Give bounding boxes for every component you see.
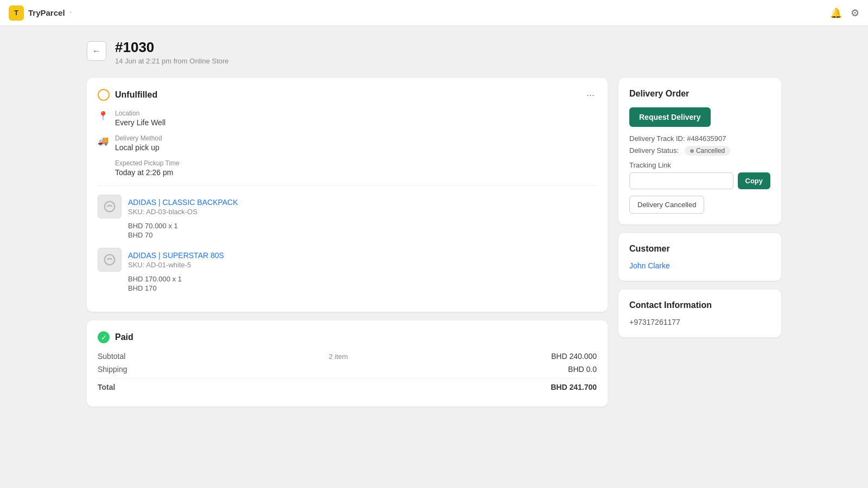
- product-1-name-link[interactable]: ADIDAS | CLASSIC BACKPACK: [128, 198, 238, 207]
- total-row: Total BHD 241.700: [98, 378, 597, 391]
- subtotal-value: BHD 240.000: [551, 352, 597, 361]
- track-id-value: #484635907: [687, 134, 726, 143]
- total-value: BHD 241.700: [551, 383, 597, 391]
- location-value: Every Life Well: [115, 118, 165, 127]
- delivery-cancelled-button[interactable]: Delivery Cancelled: [629, 196, 704, 214]
- svg-point-1: [105, 255, 115, 265]
- delivery-method-info: Delivery Method Local pick up: [115, 134, 162, 152]
- unfulfilled-header: Unfulfilled ···: [98, 89, 597, 101]
- location-info: Location Every Life Well: [115, 110, 165, 127]
- unfulfilled-icon: [98, 89, 110, 101]
- page-subtitle: 14 Jun at 2:21 pm from Online Store: [115, 57, 229, 65]
- status-line: Delivery Status: Cancelled: [629, 146, 770, 156]
- location-label: Location: [115, 110, 165, 117]
- settings-icon[interactable]: ⚙: [851, 7, 859, 19]
- product-1-pricing: BHD 70.000 x 1 BHD 70: [98, 222, 597, 239]
- request-delivery-button[interactable]: Request Delivery: [629, 107, 711, 127]
- delivery-method-value: Local pick up: [115, 143, 162, 152]
- delivery-order-title: Delivery Order: [629, 89, 770, 99]
- paid-header: ✓ Paid: [98, 331, 597, 343]
- product-2-total: BHD 170: [128, 284, 597, 292]
- paid-title: Paid: [115, 332, 133, 342]
- pickup-info: Expected Pickup Time Today at 2:26 pm: [115, 159, 180, 177]
- unfulfilled-title-row: Unfulfilled: [98, 89, 157, 101]
- shipping-value: BHD 0.0: [568, 365, 597, 374]
- customer-name[interactable]: John Clarke: [629, 261, 770, 270]
- delivery-method-row: 🚚 Delivery Method Local pick up: [98, 134, 597, 152]
- total-label: Total: [98, 383, 115, 391]
- product-2-price: BHD 170.000 x 1: [128, 275, 597, 283]
- app-name: TryParcel: [28, 8, 65, 17]
- product-2-details: ADIDAS | SUPERSTAR 80S SKU: AD-01-white-…: [128, 251, 224, 269]
- right-column: Delivery Order Request Delivery Delivery…: [618, 78, 781, 337]
- product-2-image: [98, 248, 122, 272]
- app-logo: T TryParcel ·: [9, 5, 72, 21]
- topbar-actions: 🔔 ⚙: [830, 7, 859, 19]
- truck-icon: 🚚: [98, 136, 108, 146]
- back-button[interactable]: ←: [87, 41, 106, 61]
- status-label: Delivery Status:: [629, 146, 679, 155]
- product-1-details: ADIDAS | CLASSIC BACKPACK SKU: AD-03-bla…: [128, 198, 238, 216]
- status-dot: [690, 149, 694, 153]
- product-1-header: ADIDAS | CLASSIC BACKPACK SKU: AD-03-bla…: [98, 195, 597, 219]
- product-1-price: BHD 70.000 x 1: [128, 222, 597, 230]
- tracking-input-row: Copy: [629, 172, 770, 189]
- product-2-pricing: BHD 170.000 x 1 BHD 170: [98, 275, 597, 292]
- tracking-link-label: Tracking Link: [629, 161, 770, 169]
- product-1-image: [98, 195, 122, 219]
- product-item-1: ADIDAS | CLASSIC BACKPACK SKU: AD-03-bla…: [98, 195, 597, 239]
- logo-dot: ·: [69, 7, 72, 18]
- customer-card: Customer John Clarke: [618, 233, 781, 281]
- main-content: Unfulfilled ··· 📍 Location Every Life We…: [87, 78, 781, 407]
- delivery-order-card: Delivery Order Request Delivery Delivery…: [618, 78, 781, 224]
- notification-icon[interactable]: 🔔: [830, 7, 842, 19]
- track-id-line: Delivery Track ID: #484635907: [629, 134, 770, 143]
- page-header: ← #1030 14 Jun at 2:21 pm from Online St…: [87, 39, 781, 65]
- paid-card: ✓ Paid Subtotal 2 item BHD 240.000 Shipp…: [87, 320, 608, 407]
- unfulfilled-title: Unfulfilled: [115, 90, 157, 100]
- more-options-button[interactable]: ···: [584, 89, 597, 101]
- product-1-total: BHD 70: [128, 231, 597, 239]
- status-badge-text: Cancelled: [696, 147, 725, 155]
- pickup-time-label: Expected Pickup Time: [115, 159, 180, 167]
- pickup-time-value: Today at 2:26 pm: [115, 168, 180, 177]
- product-2-sku: SKU: AD-01-white-5: [128, 261, 224, 269]
- paid-title-row: ✓ Paid: [98, 331, 133, 343]
- copy-button[interactable]: Copy: [738, 172, 771, 189]
- location-icon: 📍: [98, 111, 108, 121]
- location-row: 📍 Location Every Life Well: [98, 110, 597, 127]
- customer-title: Customer: [629, 244, 770, 254]
- product-item-2: ADIDAS | SUPERSTAR 80S SKU: AD-01-white-…: [98, 248, 597, 292]
- subtotal-label: Subtotal: [98, 352, 125, 361]
- page-wrapper: ← #1030 14 Jun at 2:21 pm from Online St…: [0, 26, 868, 488]
- unfulfilled-card: Unfulfilled ··· 📍 Location Every Life We…: [87, 78, 608, 312]
- left-column: Unfulfilled ··· 📍 Location Every Life We…: [87, 78, 608, 407]
- shipping-row: Shipping BHD 0.0: [98, 365, 597, 374]
- paid-icon: ✓: [98, 331, 110, 343]
- contact-phone: +97317261177: [629, 318, 770, 326]
- product-1-sku: SKU: AD-03-black-OS: [128, 208, 238, 216]
- status-badge: Cancelled: [685, 146, 730, 156]
- tracking-link-input[interactable]: [629, 172, 733, 189]
- contact-title: Contact Information: [629, 300, 770, 310]
- page-title-block: #1030 14 Jun at 2:21 pm from Online Stor…: [115, 39, 229, 65]
- contact-card: Contact Information +97317261177: [618, 290, 781, 337]
- shipping-label: Shipping: [98, 365, 127, 374]
- delivery-method-label: Delivery Method: [115, 134, 162, 142]
- product-2-name-link[interactable]: ADIDAS | SUPERSTAR 80S: [128, 251, 224, 260]
- pickup-time-row: Expected Pickup Time Today at 2:26 pm: [98, 159, 597, 177]
- page-title: #1030: [115, 39, 229, 56]
- svg-point-0: [105, 202, 115, 212]
- product-2-header: ADIDAS | SUPERSTAR 80S SKU: AD-01-white-…: [98, 248, 597, 272]
- subtotal-row: Subtotal 2 item BHD 240.000: [98, 352, 597, 361]
- subtotal-qty: 2 item: [329, 352, 348, 361]
- topbar: T TryParcel · 🔔 ⚙: [0, 0, 868, 26]
- logo-icon: T: [9, 5, 24, 21]
- track-id-label: Delivery Track ID:: [629, 134, 685, 143]
